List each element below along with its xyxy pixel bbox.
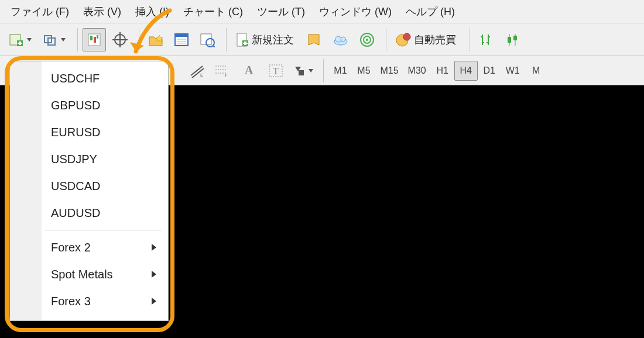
svg-rect-17 [175, 34, 188, 37]
menu-tool[interactable]: ツール (T) [250, 1, 312, 22]
autotrade-button[interactable]: 自動売買 [391, 28, 463, 51]
signals-button[interactable] [355, 28, 379, 51]
toolbar-separator [226, 28, 227, 51]
svg-point-35 [403, 33, 410, 40]
svg-marker-4 [27, 38, 32, 42]
svg-rect-45 [513, 36, 517, 40]
svg-rect-11 [97, 35, 98, 39]
market-watch-toggle[interactable] [83, 28, 106, 51]
toolbar-separator [77, 28, 78, 51]
chevron-right-icon [152, 298, 157, 305]
profiles-icon [43, 32, 58, 47]
svg-point-30 [341, 37, 345, 42]
svg-point-33 [366, 39, 368, 41]
svg-marker-60 [152, 298, 156, 305]
chevron-right-icon [152, 244, 157, 251]
svg-marker-7 [61, 38, 66, 42]
symbol-item-eurusd[interactable]: EURUSD [10, 119, 168, 146]
objects-menu-button[interactable] [288, 61, 318, 81]
menu-file[interactable]: ファイル (F) [4, 1, 76, 22]
symbol-item-usdjpy[interactable]: USDJPY [10, 146, 168, 173]
document-plus-icon [235, 32, 249, 47]
caret-down-icon [308, 68, 314, 74]
menu-view[interactable]: 表示 (V) [76, 1, 128, 22]
autotrade-icon [395, 32, 412, 47]
tf-d1[interactable]: D1 [478, 61, 501, 81]
submenu-spot-metals[interactable]: Spot Metals [10, 261, 168, 288]
symbol-item-usdchf[interactable]: USDCHF [10, 65, 168, 92]
crosshair-icon [112, 32, 128, 47]
svg-marker-57 [309, 69, 313, 73]
tf-h1[interactable]: H1 [431, 61, 454, 81]
svg-rect-10 [94, 37, 96, 43]
new-chart-icon [9, 32, 24, 47]
toolbar-separator [323, 59, 324, 82]
text-tool-button[interactable]: A [234, 61, 263, 81]
book-icon [307, 32, 322, 47]
symbol-item-usdcad[interactable]: USDCAD [10, 173, 168, 199]
shapes-icon [293, 64, 306, 77]
toolbar-separator [386, 28, 386, 51]
new-chart-button[interactable] [5, 28, 36, 51]
submenu-forex3[interactable]: Forex 3 [10, 288, 168, 315]
metaquotes-button[interactable] [303, 28, 326, 51]
bar-chart-icon [479, 32, 494, 47]
data-window-toggle[interactable] [108, 28, 132, 51]
toggle-offline-button[interactable] [328, 28, 353, 51]
submenu-label: Forex 3 [51, 295, 91, 308]
svg-text:E: E [200, 73, 203, 78]
symbol-item-audusd[interactable]: AUDUSD [10, 199, 168, 226]
new-chart-symbol-menu: USDCHF GBPUSD EURUSD USDJPY USDCAD AUDUS… [9, 61, 169, 321]
bar-chart-button[interactable] [475, 28, 498, 51]
toolbar-separator [470, 28, 470, 51]
submenu-label: Spot Metals [51, 268, 113, 281]
autotrade-label: 自動売買 [412, 33, 458, 47]
tf-h4[interactable]: H4 [454, 61, 478, 81]
svg-rect-56 [299, 70, 304, 75]
candle-chart-icon [505, 32, 520, 47]
svg-marker-58 [152, 244, 156, 251]
symbol-item-gbpusd[interactable]: GBPUSD [10, 92, 168, 119]
tf-m30[interactable]: M30 [403, 61, 431, 81]
svg-rect-3 [18, 43, 22, 44]
tester-icon [200, 32, 215, 47]
candle-chart-button[interactable] [501, 28, 524, 51]
svg-text:F: F [225, 73, 228, 78]
menu-help[interactable]: ヘルプ (H) [399, 1, 462, 22]
profiles-button[interactable] [39, 28, 70, 51]
strategy-tester-toggle[interactable] [196, 28, 219, 51]
terminal-icon [174, 32, 189, 47]
fibonacci-icon: F [214, 64, 229, 78]
tf-m15[interactable]: M15 [375, 61, 403, 81]
submenu-forex2[interactable]: Forex 2 [10, 234, 168, 261]
text-label-icon: T [268, 64, 283, 78]
folder-star-icon [148, 32, 163, 47]
menu-insert[interactable]: 挿入 (I) [128, 1, 176, 22]
submenu-label: Forex 2 [51, 241, 91, 254]
terminal-toggle[interactable] [170, 28, 193, 51]
svg-rect-9 [90, 36, 93, 40]
svg-marker-59 [152, 271, 156, 278]
tf-w1[interactable]: W1 [501, 61, 525, 81]
caret-down-icon [26, 37, 32, 43]
tf-m5[interactable]: M5 [352, 61, 375, 81]
svg-rect-43 [508, 37, 511, 43]
tf-mn[interactable]: M [525, 61, 548, 81]
fibonacci-button[interactable]: F [210, 61, 234, 81]
svg-rect-27 [243, 43, 248, 44]
equidistant-channel-button[interactable]: E [185, 61, 210, 81]
toolbar-main: 新規注文 自動売買 [0, 23, 644, 56]
cloud-icon [333, 32, 349, 47]
text-label-button[interactable]: T [263, 61, 288, 81]
tf-m1[interactable]: M1 [328, 61, 352, 81]
channel-icon: E [190, 64, 205, 78]
text-A-icon: A [239, 64, 259, 77]
market-watch-icon [87, 33, 101, 47]
svg-text:T: T [273, 66, 279, 76]
svg-line-23 [213, 46, 215, 47]
new-order-button[interactable]: 新規注文 [231, 28, 300, 51]
radar-icon [359, 32, 375, 47]
menu-window[interactable]: ウィンドウ (W) [312, 1, 399, 22]
menu-chart[interactable]: チャート (C) [176, 1, 250, 22]
navigator-toggle[interactable] [144, 28, 167, 51]
